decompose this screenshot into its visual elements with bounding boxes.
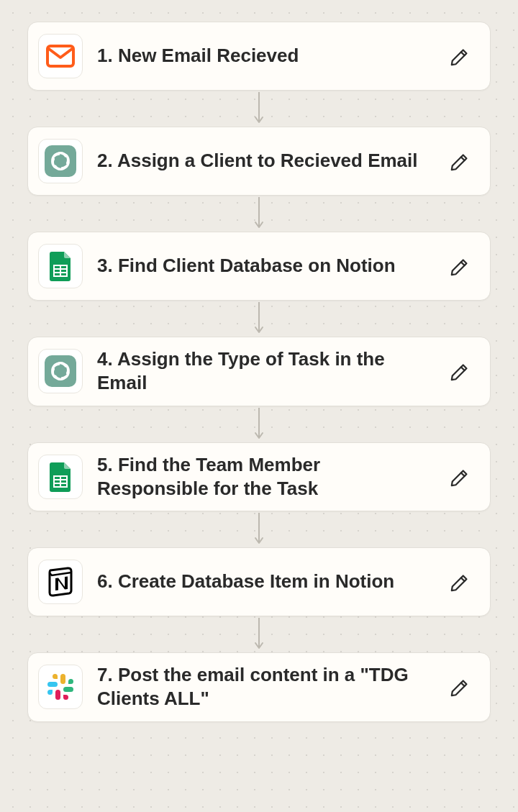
edit-button[interactable]	[445, 462, 476, 492]
step-title: 7. Post the email content in a "TDG Clie…	[97, 663, 431, 711]
connector-arrow	[253, 406, 265, 442]
connector-arrow	[253, 196, 265, 232]
connector-arrow	[253, 301, 265, 337]
openai-icon	[38, 349, 83, 393]
step-title: 6. Create Database Item in Notion	[97, 570, 431, 593]
slack-icon	[38, 665, 83, 709]
step-title: 5. Find the Team Member Responsible for …	[97, 453, 431, 501]
edit-button[interactable]	[445, 567, 476, 597]
workflow-step-7[interactable]: 7. Post the email content in a "TDG Clie…	[27, 652, 491, 722]
workflow-step-1[interactable]: 1. New Email Recieved	[27, 22, 491, 91]
workflow-step-3[interactable]: 3. Find Client Database on Notion	[27, 232, 491, 301]
connector-arrow	[253, 616, 265, 652]
edit-button[interactable]	[445, 41, 476, 71]
step-title: 2. Assign a Client to Recieved Email	[97, 149, 431, 173]
step-title: 4. Assign the Type of Task in the Email	[97, 347, 431, 396]
openai-icon	[38, 139, 83, 183]
workflow-step-4[interactable]: 4. Assign the Type of Task in the Email	[27, 337, 491, 406]
step-title: 3. Find Client Database on Notion	[97, 254, 431, 278]
email-icon	[38, 34, 83, 78]
notion-icon	[38, 560, 83, 604]
edit-button[interactable]	[445, 251, 476, 281]
sheets-icon	[38, 455, 83, 499]
workflow-step-5[interactable]: 5. Find the Team Member Responsible for …	[27, 442, 491, 512]
workflow-step-6[interactable]: 6. Create Database Item in Notion	[27, 547, 491, 616]
connector-arrow	[253, 91, 265, 127]
edit-button[interactable]	[445, 146, 476, 176]
edit-button[interactable]	[445, 356, 476, 386]
sheets-icon	[38, 244, 83, 288]
workflow-step-2[interactable]: 2. Assign a Client to Recieved Email	[27, 127, 491, 196]
edit-button[interactable]	[445, 672, 476, 702]
step-title: 1. New Email Recieved	[97, 44, 431, 68]
connector-arrow	[253, 511, 265, 547]
